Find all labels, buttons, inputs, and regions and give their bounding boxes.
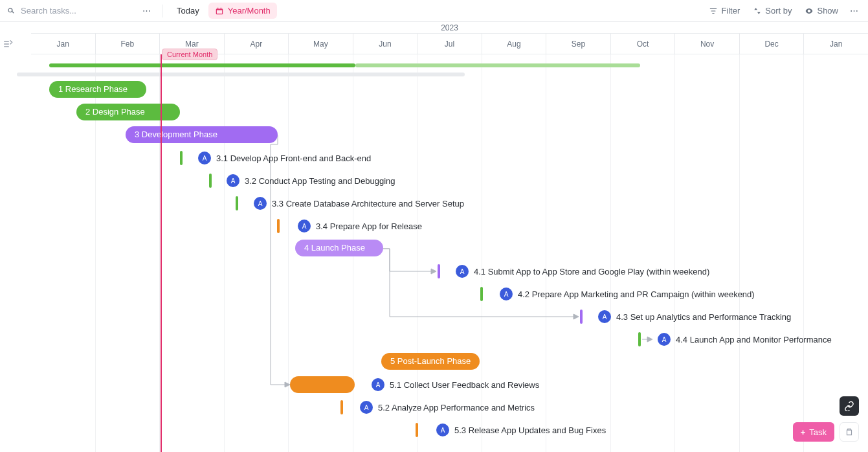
gantt-row: A4.3 Set up Analytics and Performance Tr… [31,308,868,330]
task[interactable]: A3.1 Develop App Front-end and Back-end [198,149,371,167]
gantt-row [31,58,868,81]
new-task-label: Task [809,427,827,437]
current-month-marker: Current Month [161,54,162,452]
phase-pill[interactable]: 3 Development Phase [126,126,278,143]
filter-label: Filter [721,6,740,16]
clipboard-icon [845,427,854,436]
phase-pill[interactable]: 2 Design Phase [76,104,180,120]
link-fab[interactable] [840,396,859,416]
timeline-body: 1 Research Phase2 Design Phase3 Developm… [31,54,868,452]
filter-icon [709,6,718,16]
avatar: A [456,265,469,278]
gantt-row: A4.1 Submit App to App Store and Google … [31,262,868,285]
template-fab[interactable] [840,422,859,442]
phase-pill[interactable]: 5 Post-Launch Phase [381,353,480,370]
months-row: JanFebMarAprMayJunJulAugSepOctNovDecJan [31,34,868,54]
show-button[interactable]: Show [799,6,843,16]
progress-remaining [355,63,640,67]
task[interactable]: A4.4 Launch App and Monitor Performance [658,330,832,348]
task-tick[interactable] [638,332,641,346]
gantt-row: A3.2 Conduct App Testing and Debugging [31,172,868,194]
expand-sidebar-handle[interactable] [0,36,16,52]
month-header: Oct [610,34,675,54]
avatar: A [372,378,384,391]
task-label: 4.3 Set up Analytics and Performance Tra… [616,312,791,322]
task[interactable]: A3.4 Prepare App for Release [298,217,422,235]
scale-selector[interactable]: Year/Month [208,3,277,19]
separator [162,5,162,17]
task[interactable]: A5.2 Analyze App Performance and Metrics [360,398,535,416]
gantt-row: 5 Post-Launch Phase [31,353,868,376]
phase-pill[interactable]: 4 Launch Phase [295,240,383,256]
today-button[interactable]: Today [170,6,206,16]
gantt-row: A3.1 Develop App Front-end and Back-end [31,149,868,172]
month-header: Jan [31,34,95,54]
task-tick[interactable] [277,219,280,233]
task-tick[interactable] [180,151,183,165]
sort-button[interactable]: Sort by [748,6,797,16]
month-header: Dec [739,34,804,54]
month-header: Jan [803,34,868,54]
gantt-row: 3 Development Phase [31,126,868,149]
toolbar-overflow-button[interactable]: ⋯ [846,3,862,19]
month-header: Aug [482,34,546,54]
gantt-row: A5.1 Collect User Feedback and Reviews [31,376,868,398]
link-icon [844,401,854,411]
scale-selector-label: Year/Month [228,6,271,16]
month-header: May [288,34,353,54]
task-label: 4.2 Prepare App Marketing and PR Campaig… [518,289,755,299]
task-label: 3.2 Conduct App Testing and Debugging [245,176,395,186]
gantt-row: A3.4 Prepare App for Release [31,217,868,240]
task-label: 5.1 Collect User Feedback and Reviews [390,380,539,390]
current-month-flag: Current Month [162,49,217,60]
progress-ghost [17,73,465,76]
task-label: 5.2 Analyze App Performance and Metrics [378,403,535,412]
show-label: Show [817,6,838,16]
calendar-icon [215,6,224,16]
task[interactable]: A4.2 Prepare App Marketing and PR Campai… [500,285,755,303]
task[interactable]: A4.3 Set up Analytics and Performance Tr… [598,308,791,326]
avatar: A [360,401,373,414]
gantt-row: A4.4 Launch App and Monitor Performance [31,330,868,353]
toolbar-more-button[interactable]: ⋯ [139,3,154,19]
new-task-fab[interactable]: + Task [793,422,834,442]
search-input[interactable] [19,5,123,16]
task-label: 3.4 Prepare App for Release [316,221,422,231]
task[interactable]: A5.1 Collect User Feedback and Reviews [372,376,539,394]
task-tick[interactable] [209,174,212,188]
plus-icon: + [801,427,806,437]
avatar: A [298,220,311,232]
task-tick[interactable] [236,196,238,210]
sort-icon [753,6,762,16]
search-icon [6,6,16,16]
task[interactable]: A3.3 Create Database Architecture and Se… [254,194,464,212]
filter-button[interactable]: Filter [704,6,745,16]
month-header: Jul [417,34,482,54]
gantt-row: A4.2 Prepare App Marketing and PR Campai… [31,285,868,308]
gantt-rows: 1 Research Phase2 Design Phase3 Developm… [31,58,868,444]
sort-label: Sort by [765,6,792,16]
toolbar: ⋯ Today Year/Month Filter Sort by Show ⋯ [0,0,868,22]
month-header: Feb [95,34,160,54]
task-tick[interactable] [416,423,418,437]
fab-row: + Task [793,422,859,442]
task-label: 4.4 Launch App and Monitor Performance [676,335,832,345]
task-tick[interactable] [580,310,583,324]
avatar: A [658,333,671,346]
task-label: 4.1 Submit App to App Store and Google P… [474,267,709,277]
task-tick[interactable] [438,264,440,278]
timeline-grid: 2023 JanFebMarAprMayJunJulAugSepOctNovDe… [31,22,868,452]
month-header: Nov [674,34,739,54]
gantt-row: A5.2 Analyze App Performance and Metrics [31,398,868,421]
task[interactable]: A5.3 Release App Updates and Bug Fixes [436,421,606,439]
gantt-row: 1 Research Phase [31,81,868,104]
task-tick[interactable] [340,400,343,414]
task[interactable]: A4.1 Submit App to App Store and Google … [456,262,709,280]
eye-icon [805,6,814,16]
task-bar[interactable] [290,376,355,393]
task-tick[interactable] [480,287,483,301]
phase-pill[interactable]: 1 Research Phase [49,81,146,98]
task-label: 5.3 Release App Updates and Bug Fixes [454,425,606,435]
year-label: 2023 [31,22,868,34]
task[interactable]: A3.2 Conduct App Testing and Debugging [227,172,395,190]
